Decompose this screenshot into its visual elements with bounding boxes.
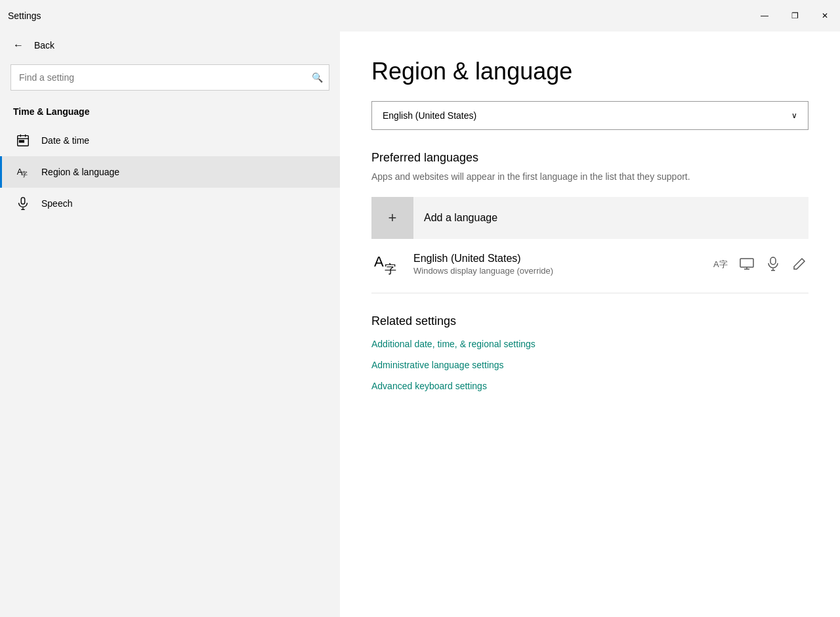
search-input[interactable] [10, 64, 329, 91]
region-language-icon: A 字 [15, 164, 31, 180]
svg-rect-8 [21, 198, 25, 204]
language-icon: A 字 [371, 248, 403, 280]
sidebar-item-region-language[interactable]: A 字 Region & language [0, 156, 340, 188]
back-button[interactable]: ← Back [0, 32, 340, 59]
sidebar-item-speech[interactable]: Speech [0, 188, 340, 219]
settings-title: Settings [8, 11, 41, 21]
display-icon[interactable] [738, 255, 756, 273]
app-body: ← Back 🔍 Time & Language Date & ti [0, 32, 840, 617]
speech-capability-icon[interactable] [764, 255, 782, 273]
add-language-button[interactable]: + Add a language [371, 197, 808, 239]
language-item-left: A 字 English (United States) Windows disp… [371, 248, 553, 280]
related-link-date-time[interactable]: Additional date, time, & regional settin… [371, 339, 808, 349]
title-bar-left: Settings [8, 11, 41, 21]
svg-rect-4 [20, 140, 22, 142]
keyboard-icon[interactable]: A字 [711, 255, 730, 273]
svg-rect-17 [770, 257, 776, 265]
svg-text:字: 字 [21, 171, 28, 178]
sidebar-item-date-time[interactable]: Date & time [0, 125, 340, 156]
minimize-button[interactable]: — [749, 0, 780, 32]
sidebar-item-speech-label: Speech [41, 198, 72, 209]
related-link-admin-language[interactable]: Administrative language settings [371, 360, 808, 370]
add-language-plus-icon: + [371, 197, 413, 239]
sidebar-item-date-time-label: Date & time [41, 135, 89, 146]
dropdown-value: English (United States) [383, 110, 476, 121]
speech-icon [15, 196, 31, 211]
svg-text:A字: A字 [713, 259, 728, 269]
language-name: English (United States) [413, 253, 553, 265]
add-language-label: Add a language [424, 212, 497, 224]
back-arrow-icon: ← [13, 39, 24, 51]
language-actions: A字 [711, 255, 808, 273]
svg-text:A: A [374, 253, 384, 270]
section-divider [371, 293, 808, 293]
sidebar-item-region-language-label: Region & language [41, 167, 119, 177]
date-time-icon [15, 133, 31, 148]
close-button[interactable]: ✕ [810, 0, 840, 32]
sidebar-section-label: Time & Language [0, 101, 340, 122]
content-area: Region & language English (United States… [340, 32, 840, 617]
search-container: 🔍 [10, 64, 329, 91]
chevron-down-icon: ∨ [791, 111, 797, 120]
svg-rect-5 [22, 140, 24, 142]
country-region-dropdown[interactable]: English (United States) ∨ [371, 101, 808, 130]
page-title: Region & language [371, 58, 808, 85]
back-label: Back [34, 40, 54, 51]
language-item-english-us: A 字 English (United States) Windows disp… [371, 240, 808, 287]
search-icon: 🔍 [312, 72, 323, 83]
title-bar: Settings — ❐ ✕ [0, 0, 840, 32]
preferred-languages-title: Preferred languages [371, 151, 808, 165]
edit-icon[interactable] [790, 255, 808, 273]
sidebar: ← Back 🔍 Time & Language Date & ti [0, 32, 340, 617]
related-link-keyboard[interactable]: Advanced keyboard settings [371, 381, 808, 391]
maximize-button[interactable]: ❐ [780, 0, 810, 32]
svg-rect-14 [740, 259, 753, 267]
title-bar-controls: — ❐ ✕ [749, 0, 840, 32]
svg-text:字: 字 [385, 263, 396, 276]
language-info: English (United States) Windows display … [413, 253, 553, 276]
language-subtitle: Windows display language (override) [413, 266, 553, 276]
related-settings-title: Related settings [371, 314, 808, 328]
preferred-languages-description: Apps and websites will appear in the fir… [371, 170, 808, 184]
